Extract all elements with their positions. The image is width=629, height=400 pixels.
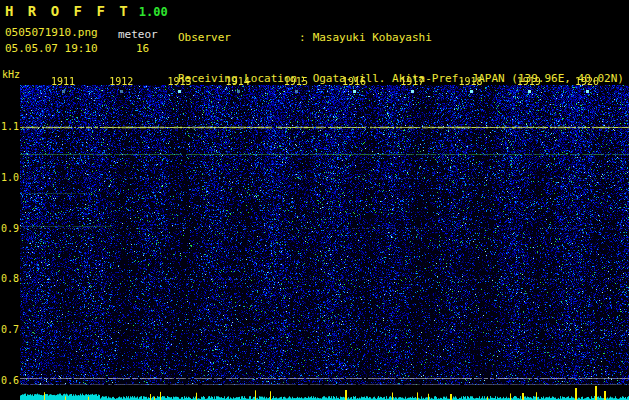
info-row-observer: Observer:Masayuki Kobayashi xyxy=(178,31,624,45)
info-colon: : xyxy=(299,31,306,44)
info-label: Observer xyxy=(178,31,299,45)
output-filename: 0505071910.png xyxy=(5,26,98,39)
datetime-label: 05.05.07 19:10 xyxy=(5,42,98,55)
freq-tick-label: 0.9 xyxy=(1,223,19,234)
signal-level-strip-canvas xyxy=(20,385,629,400)
time-tick-label: 1912 xyxy=(109,76,133,87)
freq-tick-label: 0.6 xyxy=(1,375,19,386)
info-value: Masayuki Kobayashi xyxy=(313,31,432,44)
app-title: H R O F F T1.00 xyxy=(5,3,168,19)
freq-axis-unit: kHz xyxy=(2,69,20,80)
time-tick-label: 1919 xyxy=(517,76,541,87)
time-tick-label: 1914 xyxy=(226,76,250,87)
freq-tick-label: 1.1 xyxy=(1,121,19,132)
freq-tick-label: 0.7 xyxy=(1,324,19,335)
time-tick-label: 1913 xyxy=(167,76,191,87)
mode-label: meteor xyxy=(118,28,158,41)
time-tick-label: 1917 xyxy=(400,76,424,87)
freq-tick-label: 1.0 xyxy=(1,172,19,183)
meteor-count: 16 xyxy=(136,42,149,55)
app-version: 1.00 xyxy=(139,5,168,19)
time-tick-label: 1916 xyxy=(342,76,366,87)
app-title-text: H R O F F T xyxy=(5,3,131,19)
hrofft-window: H R O F F T1.00 0505071910.png meteor 05… xyxy=(0,0,629,400)
time-tick-label: 1911 xyxy=(51,76,75,87)
time-tick-label: 1920 xyxy=(575,76,599,87)
time-tick-label: 1915 xyxy=(284,76,308,87)
freq-tick-label: 0.8 xyxy=(1,273,19,284)
time-tick-label: 1918 xyxy=(458,76,482,87)
spectrogram-canvas xyxy=(20,85,629,385)
